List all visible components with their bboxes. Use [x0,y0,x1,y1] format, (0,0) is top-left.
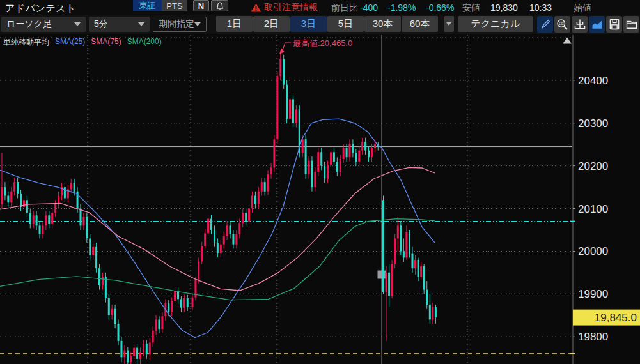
folder-icon[interactable] [623,16,639,33]
candle [254,195,256,204]
candle [114,309,116,324]
range-button-30本[interactable]: 30本 [364,16,401,32]
candle [111,309,113,315]
candle [210,219,212,230]
range-button-60本[interactable]: 60本 [402,16,438,32]
candle [33,215,35,224]
low-value: 19,830 [490,3,518,13]
alert-bell-icon[interactable] [211,0,228,11]
chart-type-dropdown[interactable]: ローソク足 [1,17,86,32]
save-icon[interactable] [606,16,622,33]
range-button-3日[interactable]: 3日 [290,16,327,32]
stock-chart-window: { "header": { "symbol_name": "アドバンテスト", … [0,0,640,364]
candle [105,277,107,298]
range-button-2日[interactable]: 2日 [253,16,290,32]
candle [74,183,75,191]
candle [136,348,138,359]
candle [29,213,31,224]
range-more-dropdown[interactable] [444,16,454,32]
candle [64,187,66,198]
candle [397,225,399,238]
news-icon[interactable]: N [193,0,209,11]
candle [405,232,407,257]
candle [220,245,222,253]
candle [245,213,247,221]
candle [42,225,43,234]
candle [92,247,94,255]
candle [120,341,122,357]
candle [149,343,151,355]
candle [180,299,182,307]
candle [45,215,47,225]
sma75-line [0,167,435,291]
candle [317,152,319,172]
axis-label: 20300 [578,118,608,130]
open-label: 始値 [574,3,591,14]
candle [361,142,363,150]
trade-caution-link[interactable]: 取引注意情報 [251,2,318,13]
warning-icon [251,3,261,13]
candle [292,99,294,123]
candle [174,291,176,301]
interval-dropdown[interactable]: 5分 [89,17,150,32]
candle [13,182,15,192]
high-annotation: 最高値:20,465.0 [279,38,352,54]
candle [207,219,209,234]
candle [343,148,345,159]
ma-legend: 単純移動平均 SMA(25) SMA(75) SMA(200) [3,37,162,48]
candle [267,174,269,192]
search-123-icon[interactable]: 123 [554,16,570,33]
symbol-name: アドバンテスト [5,3,76,15]
candle [283,59,285,84]
candle [414,260,416,268]
tab-tse-market[interactable]: 東証 [133,0,162,11]
candle [409,232,410,253]
candle [36,215,38,225]
range-button-5日[interactable]: 5日 [327,16,364,32]
scroll-up-icon[interactable] [563,38,572,44]
candle [204,233,206,246]
range-button-1日[interactable]: 1日 [216,16,253,32]
candle [10,192,12,202]
area-chart-icon[interactable] [589,16,605,33]
technical-button[interactable]: テクニカル [458,16,533,32]
candle [70,183,72,189]
axis-label: 20200 [578,160,608,172]
legend-sma75: SMA(75) [91,37,121,48]
candle [311,161,313,187]
low-label: 安値 [462,3,480,14]
candle [289,99,291,119]
export-icon[interactable] [572,16,588,33]
candle [264,182,266,192]
candle [183,298,185,308]
change-value: -400 [360,3,378,13]
candle [391,264,393,296]
candle [320,152,322,165]
separator-drag-handle[interactable] [378,271,386,279]
period-picker-dropdown[interactable]: 期間指定 [153,17,207,32]
candle [333,152,335,162]
candle [403,251,405,257]
pencil-icon[interactable] [537,16,553,33]
candle [198,261,199,280]
candle [108,298,110,315]
candle [276,76,278,139]
candle [159,319,160,329]
candle [226,225,228,236]
tab-pts-market[interactable]: PTS [162,0,187,11]
candle [371,148,373,158]
axis-label: 20100 [578,203,608,215]
candle [355,153,357,162]
chevron-down-icon [194,22,201,26]
candlestick-chart[interactable]: 最高値:20,465.0 204002030020200201002000019… [0,35,640,364]
legend-sma25: SMA(25) [55,37,85,48]
chart-toolbar: ローソク足 5分 期間指定 1日2日3日5日30本60本 テクニカル 123 [0,15,640,34]
change-percent-2: -0.66% [426,3,454,13]
candle [201,246,203,261]
candle [279,59,281,76]
reference-lines [0,147,572,354]
candle [324,166,325,179]
candle [168,303,169,312]
candle [54,204,56,213]
candle [230,225,231,234]
